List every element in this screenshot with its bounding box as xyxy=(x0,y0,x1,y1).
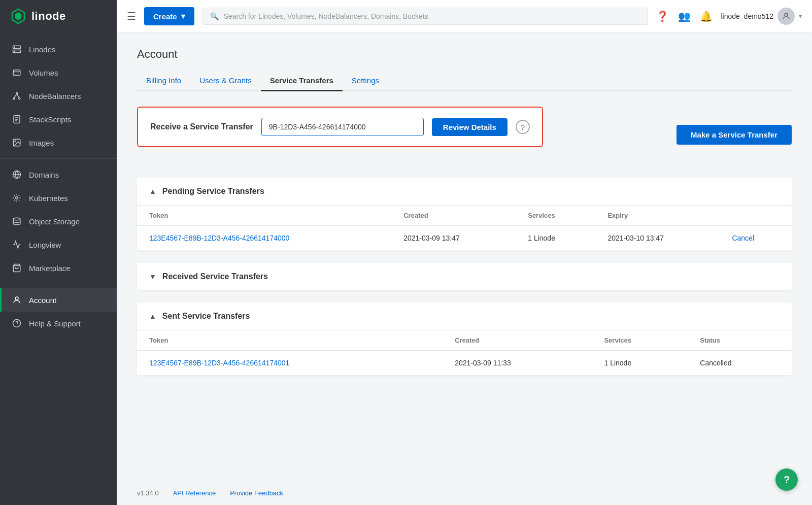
content-area: Account Billing Info Users & Grants Serv… xyxy=(117,32,812,481)
sidebar-item-label: Kubernetes xyxy=(29,194,68,203)
tab-users[interactable]: Users & Grants xyxy=(190,71,261,91)
svg-point-27 xyxy=(785,13,788,16)
sidebar-item-domains[interactable]: Domains xyxy=(0,163,117,186)
svg-point-10 xyxy=(19,98,20,99)
top-actions-row: Receive a Service Transfer Review Detail… xyxy=(137,107,792,162)
pending-section-title: Pending Service Transfers xyxy=(162,187,264,196)
version-text: v1.34.0 xyxy=(137,489,159,497)
pending-col-expiry: Expiry xyxy=(595,206,720,226)
help-icon xyxy=(12,318,22,328)
server-icon xyxy=(12,44,22,54)
pending-created: 2021-03-09 13:47 xyxy=(391,226,516,251)
svg-point-9 xyxy=(13,98,15,99)
sidebar-item-help[interactable]: Help & Support xyxy=(0,312,117,335)
sidebar-item-account[interactable]: Account xyxy=(0,288,117,312)
sent-col-created: Created xyxy=(443,330,592,351)
help-circle-icon[interactable]: ❓ xyxy=(656,10,669,22)
marketplace-icon xyxy=(12,263,22,273)
search-bar[interactable]: 🔍 Search for Linodes, Volumes, NodeBalan… xyxy=(202,8,649,25)
sidebar-nav: Linodes Volumes NodeBalancers StackScrip… xyxy=(0,32,117,505)
tab-settings[interactable]: Settings xyxy=(343,71,388,91)
feedback-link[interactable]: Provide Feedback xyxy=(230,489,283,497)
object-storage-icon xyxy=(12,216,22,226)
sent-section-title: Sent Service Transfers xyxy=(162,312,250,321)
pending-expiry: 2021-03-10 13:47 xyxy=(595,226,720,251)
hamburger-menu[interactable]: ☰ xyxy=(127,10,136,22)
sent-created: 2021-03-09 11:33 xyxy=(443,351,592,376)
pending-chevron-icon: ▲ xyxy=(149,187,156,195)
sidebar-item-label: Longview xyxy=(29,241,61,249)
sent-token-link[interactable]: 123E4567-E89B-12D3-A456-426614174001 xyxy=(149,359,289,367)
sent-col-services: Services xyxy=(592,330,688,351)
pending-table: Token Created Services Expiry 123E4567-E… xyxy=(137,206,792,251)
received-section-header[interactable]: ▼ Received Service Transfers xyxy=(137,263,792,290)
main-area: ☰ Create ▾ 🔍 Search for Linodes, Volumes… xyxy=(117,0,812,505)
sidebar: linode Linodes Volumes NodeBalancers xyxy=(0,0,117,505)
sidebar-item-stackscripts[interactable]: StackScripts xyxy=(0,108,117,131)
received-section-title: Received Service Transfers xyxy=(162,272,268,281)
received-chevron-icon: ▼ xyxy=(149,273,156,281)
floating-help-button[interactable]: ? xyxy=(775,468,798,491)
svg-point-22 xyxy=(13,218,20,220)
pending-col-created: Created xyxy=(391,206,516,226)
sidebar-item-label: Marketplace xyxy=(29,264,71,273)
svg-point-5 xyxy=(14,51,15,52)
globe-icon xyxy=(12,170,22,180)
sidebar-item-label: Help & Support xyxy=(29,319,81,328)
sidebar-item-linodes[interactable]: Linodes xyxy=(0,38,117,61)
sent-col-token: Token xyxy=(137,330,443,351)
team-icon[interactable]: 👥 xyxy=(678,10,691,22)
create-button[interactable]: Create ▾ xyxy=(144,7,194,25)
api-reference-link[interactable]: API Reference xyxy=(173,489,216,497)
user-chevron-icon: ▾ xyxy=(799,13,802,20)
sidebar-item-label: Account xyxy=(29,296,56,305)
chevron-down-icon: ▾ xyxy=(181,12,185,21)
sidebar-item-object-storage[interactable]: Object Storage xyxy=(0,210,117,233)
tab-billing[interactable]: Billing Info xyxy=(137,71,190,91)
sidebar-divider xyxy=(0,158,117,159)
logo-text: linode xyxy=(31,10,66,23)
pending-section: ▲ Pending Service Transfers Token Create… xyxy=(137,178,792,251)
pending-services: 1 Linode xyxy=(516,226,595,251)
svg-marker-1 xyxy=(15,12,21,20)
transfer-token-input[interactable] xyxy=(261,118,424,136)
svg-point-4 xyxy=(14,47,15,48)
receive-help-icon[interactable]: ? xyxy=(516,120,530,134)
sidebar-item-longview[interactable]: Longview xyxy=(0,233,117,256)
sidebar-item-label: Linodes xyxy=(29,45,56,54)
receive-transfer-box: Receive a Service Transfer Review Detail… xyxy=(137,107,543,147)
search-icon: 🔍 xyxy=(210,12,219,20)
footer: v1.34.0 API Reference Provide Feedback xyxy=(117,481,812,505)
pending-token-link[interactable]: 123E4567-E89B-12D3-A456-426614174000 xyxy=(149,234,289,242)
user-menu[interactable]: linode_demo512 ▾ xyxy=(721,8,802,25)
topbar: ☰ Create ▾ 🔍 Search for Linodes, Volumes… xyxy=(117,0,812,32)
sidebar-item-images[interactable]: Images xyxy=(0,131,117,154)
sent-table-wrap: Token Created Services Status 123E4567-E… xyxy=(137,330,792,376)
make-transfer-button[interactable]: Make a Service Transfer xyxy=(676,125,792,145)
review-details-button[interactable]: Review Details xyxy=(432,118,507,136)
sidebar-item-volumes[interactable]: Volumes xyxy=(0,61,117,84)
sidebar-item-nodebalancers[interactable]: NodeBalancers xyxy=(0,84,117,108)
logo: linode xyxy=(0,0,117,32)
svg-point-8 xyxy=(16,92,18,94)
svg-line-12 xyxy=(17,94,19,98)
stackscripts-icon xyxy=(12,114,22,124)
sidebar-item-label: NodeBalancers xyxy=(29,92,81,100)
cancel-link[interactable]: Cancel xyxy=(732,234,754,242)
volumes-icon xyxy=(12,68,22,78)
svg-line-11 xyxy=(14,94,17,98)
pending-table-wrap: Token Created Services Expiry 123E4567-E… xyxy=(137,206,792,251)
avatar xyxy=(777,8,795,25)
sidebar-item-label: Object Storage xyxy=(29,217,80,226)
sidebar-item-label: StackScripts xyxy=(29,115,71,124)
sidebar-item-marketplace[interactable]: Marketplace xyxy=(0,256,117,280)
notifications-icon[interactable]: 🔔 xyxy=(700,10,713,22)
nodebalancers-icon xyxy=(12,91,22,101)
linode-logo-icon xyxy=(10,8,26,24)
sent-table: Token Created Services Status 123E4567-E… xyxy=(137,330,792,376)
pending-section-header[interactable]: ▲ Pending Service Transfers xyxy=(137,178,792,206)
sent-section-header[interactable]: ▲ Sent Service Transfers xyxy=(137,302,792,330)
sidebar-item-kubernetes[interactable]: Kubernetes xyxy=(0,186,117,210)
pending-col-action xyxy=(720,206,792,226)
tab-service-transfers[interactable]: Service Transfers xyxy=(261,71,343,91)
